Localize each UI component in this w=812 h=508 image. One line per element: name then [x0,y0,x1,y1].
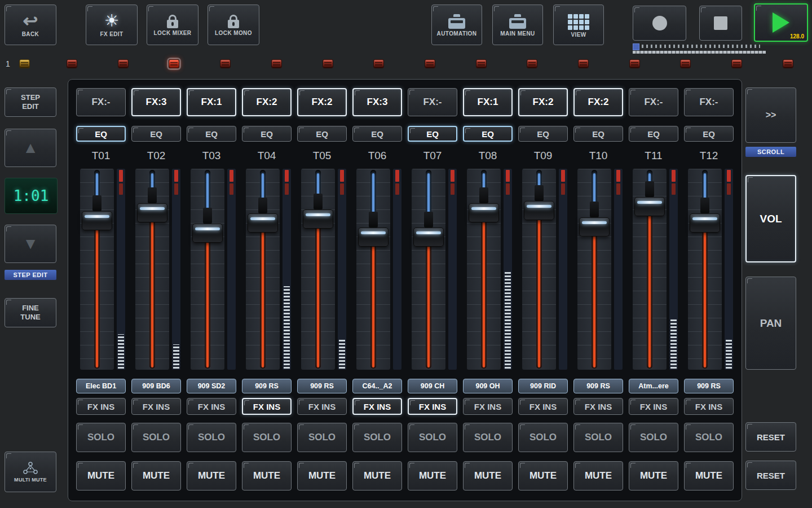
pad-indicator[interactable] [169,59,179,68]
fader-knob[interactable] [579,202,610,237]
automation-button[interactable]: AUTOMATION [431,5,482,45]
fx-slot-button[interactable]: FX:2 [518,88,568,116]
fx-slot-button[interactable]: FX:- [408,88,457,116]
multi-mute-button[interactable]: MULTI MUTE [5,452,56,492]
mute-button[interactable]: MUTE [76,461,126,491]
mute-button[interactable]: MUTE [187,461,236,491]
track-name-button[interactable]: 909 RS [242,379,292,393]
fx-ins-button[interactable]: FX INS [187,398,236,415]
fader-knob[interactable] [358,212,389,247]
track-name-button[interactable]: 909 RS [297,379,347,393]
pad-indicator[interactable] [527,59,537,68]
fx-edit-button[interactable]: ☀ FX EDIT [86,5,138,45]
back-button[interactable]: ↩ BACK [5,5,56,45]
position-up-button[interactable]: ▲ [5,129,56,167]
view-button[interactable]: VIEW [553,5,604,45]
fx-ins-button[interactable]: FX INS [242,398,292,415]
fx-ins-button[interactable]: FX INS [463,398,513,415]
solo-button[interactable]: SOLO [408,423,457,452]
main-menu-button[interactable]: MAIN MENU [492,5,543,45]
fader-knob[interactable] [413,212,444,247]
timeline-ticks[interactable] [642,45,760,48]
timeline-bar[interactable] [633,51,766,54]
fx-slot-button[interactable]: FX:3 [352,88,402,116]
fx-ins-button[interactable]: FX INS [297,398,347,415]
eq-button[interactable]: EQ [408,126,457,142]
track-name-button[interactable]: 909 OH [463,379,513,393]
fx-slot-button[interactable]: FX:2 [573,88,623,116]
pad-indicator[interactable] [271,59,282,68]
fx-ins-button[interactable]: FX INS [629,398,678,415]
pad-indicator[interactable] [629,59,640,68]
fx-slot-button[interactable]: FX:- [629,88,678,116]
solo-button[interactable]: SOLO [187,423,236,452]
fader-knob[interactable] [634,181,665,216]
eq-button[interactable]: EQ [463,126,513,142]
fx-slot-button[interactable]: FX:2 [297,88,347,116]
mute-button[interactable]: MUTE [131,461,181,491]
fader-knob[interactable] [82,195,112,230]
fx-ins-button[interactable]: FX INS [408,398,457,415]
fader-knob[interactable] [690,198,720,233]
mute-button[interactable]: MUTE [629,461,678,491]
mute-button[interactable]: MUTE [242,461,292,491]
pad-indicator[interactable] [783,59,793,68]
track-name-button[interactable]: Elec BD1 [76,379,126,393]
eq-button[interactable]: EQ [76,126,126,142]
reset-solo-button[interactable]: RESET [745,422,796,452]
fx-slot-button[interactable]: FX:1 [463,88,513,116]
mute-button[interactable]: MUTE [408,461,457,491]
scroll-right-button[interactable]: >> [745,87,796,143]
solo-button[interactable]: SOLO [131,423,181,452]
solo-button[interactable]: SOLO [352,423,402,452]
mute-button[interactable]: MUTE [684,461,734,491]
track-name-button[interactable]: 909 RS [684,379,734,393]
pad-indicator[interactable] [220,59,231,68]
pan-button[interactable]: PAN [745,277,796,370]
eq-button[interactable]: EQ [297,126,347,142]
pad-indicator[interactable] [425,59,435,68]
fader-knob[interactable] [192,208,223,243]
fx-ins-button[interactable]: FX INS [76,398,126,415]
solo-button[interactable]: SOLO [463,423,513,452]
track-name-button[interactable]: 909 RS [573,379,623,393]
pad-indicator[interactable] [19,59,30,68]
fader-knob[interactable] [248,198,278,233]
fader-knob[interactable] [137,187,167,222]
vol-button[interactable]: VOL [745,175,796,262]
pad-indicator[interactable] [323,59,333,68]
fx-ins-button[interactable]: FX INS [573,398,623,415]
lock-mixer-button[interactable]: LOCK MIXER [147,5,198,45]
track-name-button[interactable]: 909 RID [518,379,568,393]
step-edit-button[interactable]: STEP EDIT [5,87,56,117]
solo-button[interactable]: SOLO [518,423,568,452]
fx-slot-button[interactable]: FX:2 [242,88,292,116]
mute-button[interactable]: MUTE [518,461,568,491]
eq-button[interactable]: EQ [352,126,402,142]
pad-indicator[interactable] [476,59,487,68]
mute-button[interactable]: MUTE [297,461,347,491]
track-name-button[interactable]: 909 SD2 [187,379,236,393]
lock-mono-button[interactable]: LOCK MONO [208,5,259,45]
pad-indicator[interactable] [731,59,742,68]
mute-button[interactable]: MUTE [463,461,513,491]
eq-button[interactable]: EQ [242,126,292,142]
mute-button[interactable]: MUTE [573,461,623,491]
stop-button[interactable] [699,6,742,41]
fx-slot-button[interactable]: FX:- [684,88,734,116]
solo-button[interactable]: SOLO [684,423,734,452]
fx-ins-button[interactable]: FX INS [684,398,734,415]
fx-ins-button[interactable]: FX INS [518,398,568,415]
fx-slot-button[interactable]: FX:- [76,88,126,116]
pad-indicator[interactable] [373,59,384,68]
position-down-button[interactable]: ▼ [5,225,56,263]
eq-button[interactable]: EQ [131,126,181,142]
eq-button[interactable]: EQ [518,126,568,142]
fx-slot-button[interactable]: FX:1 [187,88,236,116]
pad-indicator[interactable] [118,59,129,68]
mute-button[interactable]: MUTE [352,461,402,491]
solo-button[interactable]: SOLO [629,423,678,452]
pad-indicator[interactable] [578,59,589,68]
reset-mute-button[interactable]: RESET [745,461,796,490]
fx-slot-button[interactable]: FX:3 [131,88,181,116]
